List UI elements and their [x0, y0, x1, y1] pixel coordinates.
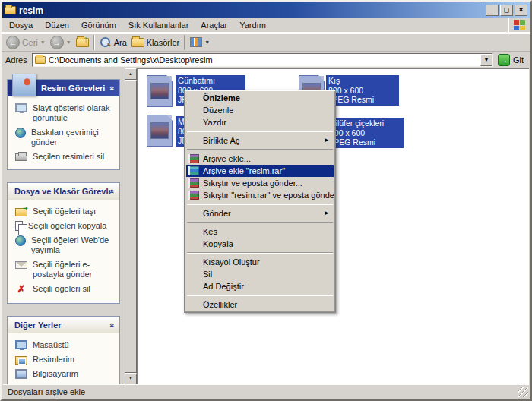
views-dropdown-icon[interactable]: ▼	[204, 39, 210, 45]
delete-items-icon: ✗	[15, 284, 27, 295]
up-folder-icon: ↑	[76, 38, 89, 47]
menu-separator	[187, 222, 333, 223]
forward-button[interactable]: → ▼	[48, 34, 74, 51]
go-button[interactable]: → Git	[493, 54, 528, 66]
menu-item-ozellikler[interactable]: Özellikler	[186, 298, 334, 311]
views-button[interactable]: ▼	[188, 34, 212, 51]
menu-item-yazdir[interactable]: Yazdır	[186, 116, 334, 128]
menu-sik-kullanilanlar[interactable]: Sık Kullanılanlar	[122, 19, 195, 31]
panel-file-folder-tasks-header[interactable]: Dosya ve Klasör Görevleri «	[8, 183, 119, 200]
file-icon-gunbatimi[interactable]	[147, 75, 173, 107]
file-icon-mavi-tepeler[interactable]	[147, 115, 173, 147]
sidebar-item-my-pictures[interactable]: Resimlerim	[9, 352, 118, 367]
menu-item-label: Sıkıştır "resim.rar" ve eposta gönder	[203, 191, 334, 200]
file-list-area[interactable]: Günbatımı 800 x 600 JPEG Resmi Kış 800 x…	[137, 68, 529, 384]
menu-item-duzenle[interactable]: Düzenle	[186, 104, 334, 116]
search-button[interactable]: Ara	[97, 34, 129, 51]
menu-item-label: Arşive ekle...	[203, 154, 251, 163]
menu-item-ad-degistir[interactable]: Ad Değiştir	[186, 280, 334, 292]
order-prints-icon	[15, 128, 26, 138]
go-icon: →	[498, 54, 510, 66]
menu-item-gonder[interactable]: Gönder ►	[186, 207, 334, 219]
menu-separator	[187, 131, 333, 132]
menu-item-kes[interactable]: Kes	[186, 226, 334, 238]
delete-pictures-icon	[15, 153, 27, 161]
panel-picture-tasks: Resim Görevleri « Slayt gösterisi olarak…	[7, 79, 120, 170]
menu-bar: Dosya Düzen Görünüm Sık Kullanılanlar Ar…	[2, 18, 530, 33]
resize-grip[interactable]	[518, 387, 528, 397]
menu-araclar[interactable]: Araçlar	[195, 19, 233, 31]
sidebar-item-move-items[interactable]: Seçili öğeleri taşı	[9, 204, 118, 219]
views-icon	[190, 37, 202, 47]
back-dropdown-icon[interactable]: ▼	[40, 39, 46, 45]
sidebar-item-my-computer[interactable]: Bilgisayarım	[9, 367, 118, 381]
sidebar-item-delete-items[interactable]: ✗ Seçili öğeleri sil	[9, 282, 118, 298]
my-computer-icon	[15, 369, 27, 379]
sidebar-item-desktop[interactable]: Masaüstü	[9, 338, 118, 352]
menu-item-kisayol-olustur[interactable]: Kısayol Oluştur	[186, 256, 334, 268]
menu-gorunum[interactable]: Görünüm	[75, 19, 122, 31]
file-label-kis[interactable]: Kış 800 x 600 JPEG Resmi	[326, 75, 399, 106]
status-bar: Dosyaları arşive ekle	[3, 384, 529, 398]
go-label: Git	[513, 55, 524, 65]
sidebar-item-label: Masaüstü	[33, 340, 69, 350]
panel-title: Resim Görevleri	[41, 80, 110, 96]
sidebar-item-email-items[interactable]: Seçili öğeleri e-postayla gönder	[9, 257, 118, 282]
folders-label: Klasörler	[147, 38, 179, 47]
scroll-down-button[interactable]: ▼	[125, 373, 137, 384]
address-path[interactable]: C:\Documents and Settings\x\Desktop\resi…	[49, 55, 480, 65]
maximize-button[interactable]: □	[500, 5, 513, 16]
minimize-button[interactable]: _	[486, 5, 499, 16]
sidebar-item-slideshow[interactable]: Slayt gösterisi olarak görüntüle	[9, 101, 118, 125]
scrollbar-thumb[interactable]	[125, 80, 137, 373]
sidebar-item-label: Seçili öğeleri Web'de yayımla	[31, 235, 116, 255]
menu-item-kopyala[interactable]: Kopyala	[186, 238, 334, 250]
up-button[interactable]: ↑	[74, 34, 91, 51]
sidebar-item-label: Baskıları çevrimiçi gönder	[31, 128, 116, 147]
menu-item-arsive-ekle-resim-rar[interactable]: Arşive ekle "resim.rar"	[186, 165, 334, 177]
collapse-chevron-icon[interactable]: «	[104, 86, 121, 90]
menu-item-arsive-ekle[interactable]: Arşive ekle...	[186, 153, 334, 165]
sidebar-item-label: Seçili öğeleri taşı	[33, 207, 96, 216]
forward-dropdown-icon[interactable]: ▼	[66, 39, 71, 45]
file-name: Kış	[328, 76, 397, 86]
forward-icon: →	[50, 36, 64, 49]
folders-icon	[131, 38, 144, 47]
file-type: JPEG Resmi	[328, 95, 397, 105]
toolbar: ← Geri ▼ → ▼ ↑ Ara Klasörler ▼	[2, 33, 530, 51]
scroll-up-button[interactable]: ▲	[125, 68, 137, 80]
back-icon: ←	[6, 36, 20, 49]
folders-button[interactable]: Klasörler	[129, 34, 182, 51]
menu-dosya[interactable]: Dosya	[3, 19, 39, 31]
menu-item-onizleme[interactable]: Önizleme	[186, 92, 334, 104]
menu-duzen[interactable]: Düzen	[39, 19, 75, 31]
collapse-chevron-icon[interactable]: «	[104, 323, 121, 327]
panel-title: Dosya ve Klasör Görevleri	[14, 183, 110, 200]
sidebar-scrollbar[interactable]: ▲ ▼	[125, 68, 137, 384]
menu-item-label: Gönder	[203, 209, 231, 218]
menu-separator	[187, 295, 333, 296]
toolbar-separator	[93, 35, 95, 50]
menu-item-birlikte-ac[interactable]: Birlikte Aç ►	[186, 134, 334, 147]
menu-item-sikistir-resim-rar-ve-eposta[interactable]: Sıkıştır "resim.rar" ve eposta gönder	[186, 189, 334, 201]
title-bar[interactable]: resim _ □ ×	[2, 2, 530, 18]
panel-other-places-header[interactable]: Diğer Yerler «	[8, 317, 119, 333]
file-name: Nilüfer çiçekleri	[330, 118, 401, 128]
back-label: Geri	[22, 38, 38, 47]
sidebar-item-delete-pictures[interactable]: Seçilen resimleri sil	[9, 150, 118, 164]
winrar-icon	[188, 191, 199, 200]
winrar-icon	[188, 154, 199, 163]
sidebar-item-order-prints[interactable]: Baskıları çevrimiçi gönder	[9, 125, 118, 150]
address-dropdown-button[interactable]: ▼	[480, 54, 492, 66]
address-input[interactable]: C:\Documents and Settings\x\Desktop\resi…	[32, 53, 493, 67]
my-pictures-icon	[15, 356, 27, 365]
file-label-nilufer-cicekleri[interactable]: Nilüfer çiçekleri 800 x 600 JPEG Resmi	[328, 118, 404, 148]
menu-yardim[interactable]: Yardım	[233, 19, 272, 31]
menu-item-sikistir-ve-eposta[interactable]: Sıkıştır ve eposta gönder...	[186, 177, 334, 189]
sidebar-item-publish-web[interactable]: Seçili öğeleri Web'de yayımla	[9, 233, 118, 257]
back-button[interactable]: ← Geri ▼	[4, 34, 48, 51]
sidebar-item-copy-items[interactable]: Seçili öğeleri kopyala	[9, 219, 118, 233]
menu-item-sil[interactable]: Sil	[186, 268, 334, 280]
close-button[interactable]: ×	[515, 5, 527, 16]
collapse-chevron-icon[interactable]: «	[104, 189, 121, 194]
